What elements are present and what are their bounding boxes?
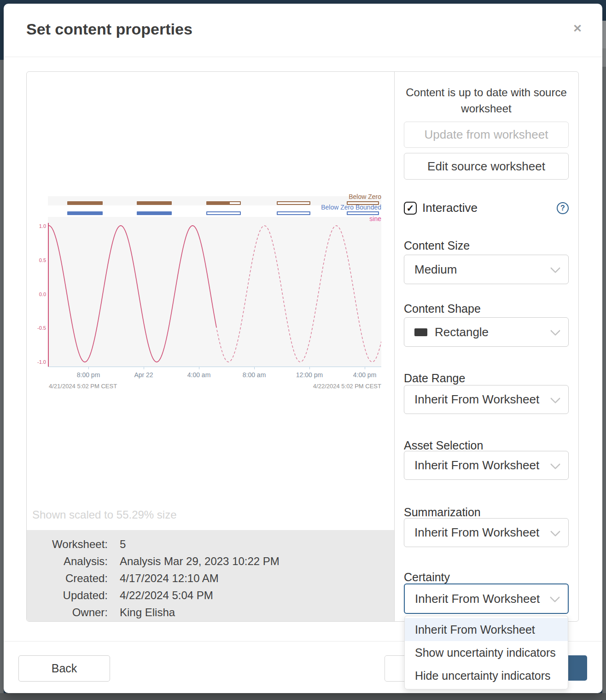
date-range-select[interactable]: Inherit From Worksheet: [404, 385, 569, 414]
info-row: Analysis:Analysis Mar 29, 2023 10:22 PM: [27, 553, 394, 570]
x-tick-label: Apr 22: [134, 371, 153, 379]
content-size-select[interactable]: Medium: [404, 255, 569, 284]
chevron-down-icon: [550, 526, 561, 537]
capsule-bar: [206, 201, 230, 205]
certainty-menu-option[interactable]: Inherit From Worksheet: [405, 618, 568, 641]
y-tick-label: 1.0: [30, 223, 46, 229]
info-row-label: Analysis:: [27, 555, 108, 568]
capsule-bar: [67, 211, 103, 215]
capsule-bar: [137, 201, 172, 205]
info-row: Created:4/17/2024 12:10 AM: [27, 570, 394, 587]
background-page-right-edge: [602, 21, 606, 700]
date-range-label: Date Range: [404, 372, 465, 385]
content-size-label: Content Size: [404, 239, 470, 252]
info-row-label: Updated:: [27, 589, 108, 602]
chevron-down-icon: [550, 459, 561, 469]
info-row-value: Analysis Mar 29, 2023 10:22 PM: [120, 555, 280, 568]
capsule-bar: [277, 201, 310, 205]
content-shape-select[interactable]: Rectangle: [404, 317, 569, 347]
interactive-label: Interactive: [422, 201, 478, 215]
x-tick-mark: [254, 367, 255, 369]
series-label: Below Zero Bounded: [321, 204, 381, 211]
info-row-label: Owner:: [27, 606, 108, 619]
header-divider: [4, 57, 602, 57]
x-range-end-label: 4/22/2024 5:02 PM CEST: [313, 383, 381, 390]
x-tick-mark: [88, 367, 89, 369]
modal-title: Set content properties: [26, 20, 192, 38]
series-label: Below Zero: [349, 193, 381, 200]
asset-selection-select[interactable]: Inherit From Worksheet: [404, 451, 569, 480]
content-properties-controls: Content is up to date with source worksh…: [404, 72, 569, 621]
certainty-value: Inherit From Worksheet: [415, 592, 540, 606]
panel-divider: [394, 72, 395, 621]
background-page-left-edge: [0, 60, 4, 700]
x-axis-line: [48, 367, 381, 367]
asset-selection-label: Asset Selection: [404, 439, 483, 452]
content-panel: 4/21/2024 5:02 PM CEST 4/22/2024 5:02 PM…: [26, 71, 579, 622]
capsule-bar: [229, 201, 241, 205]
capsule-bar: [206, 211, 241, 215]
capsule-bar: [277, 211, 310, 215]
update-from-worksheet-button[interactable]: Update from worksheet: [404, 122, 569, 148]
info-row: Updated:4/22/2024 5:04 PM: [27, 587, 394, 604]
interactive-row: ✓ Interactive ?: [404, 201, 569, 215]
edit-source-worksheet-button[interactable]: Edit source worksheet: [404, 153, 569, 180]
worksheet-info-box: Worksheet:5Analysis:Analysis Mar 29, 202…: [27, 530, 394, 621]
help-icon[interactable]: ?: [557, 202, 569, 214]
x-tick-label: 12:00 pm: [296, 371, 323, 379]
capsule-bar: [137, 211, 172, 215]
summarization-select[interactable]: Inherit From Worksheet: [404, 518, 569, 547]
x-tick-mark: [144, 367, 144, 369]
chevron-down-icon: [550, 263, 561, 274]
asset-selection-value: Inherit From Worksheet: [414, 458, 539, 472]
chevron-down-icon: [550, 326, 561, 336]
x-tick-mark: [365, 367, 365, 369]
x-tick-label: 4:00 am: [187, 371, 211, 379]
back-button[interactable]: Back: [18, 655, 110, 682]
y-tick-label: -1.0: [30, 359, 46, 365]
certainty-dropdown-menu: Inherit From WorksheetShow uncertainty i…: [404, 616, 568, 689]
content-shape-value: Rectangle: [435, 325, 489, 339]
info-row: Worksheet:5: [27, 536, 394, 553]
summarization-label: Summarization: [404, 506, 481, 519]
worksheet-info-rows: Worksheet:5Analysis:Analysis Mar 29, 202…: [27, 536, 394, 621]
info-row-value: 5: [120, 538, 126, 551]
x-tick-label: 8:00 am: [243, 371, 266, 379]
content-preview-chart: 4/21/2024 5:02 PM CEST 4/22/2024 5:02 PM…: [44, 189, 385, 397]
x-tick-label: 8:00 pm: [77, 371, 100, 379]
sync-status-text: Content is up to date with source worksh…: [404, 85, 569, 117]
y-tick-label: 0.5: [30, 257, 46, 263]
capsule-bar: [67, 201, 103, 205]
content-size-value: Medium: [414, 262, 457, 277]
scale-note: Shown scaled to 55.29% size: [32, 508, 177, 521]
summarization-value: Inherit From Worksheet: [414, 525, 539, 540]
info-row-label: Created:: [27, 572, 108, 585]
info-row: Owner:King Elisha: [27, 604, 394, 621]
rectangle-shape-icon: [414, 328, 427, 336]
x-tick-label: 4:00 pm: [353, 371, 377, 379]
chevron-down-icon: [550, 393, 561, 403]
info-row-value: King Elisha: [120, 606, 175, 619]
info-row-value: 4/17/2024 12:10 AM: [120, 572, 219, 585]
y-tick-label: 0.0: [30, 292, 46, 297]
capsule-bar: [347, 211, 379, 215]
info-row-value: 4/22/2024 5:04 PM: [120, 589, 213, 602]
x-tick-mark: [309, 367, 310, 369]
set-content-properties-modal: Set content properties ✕ 4/21/2024 5:02 …: [4, 4, 602, 693]
date-range-value: Inherit From Worksheet: [414, 392, 539, 407]
close-icon[interactable]: ✕: [568, 19, 587, 38]
y-tick-label: -0.5: [30, 325, 46, 331]
certainty-label: Certainty: [404, 571, 450, 584]
background-page-bottom-edge: [0, 693, 606, 700]
certainty-select[interactable]: Inherit From Worksheet: [404, 583, 569, 614]
chevron-down-icon: [550, 592, 560, 603]
sine-series-plot: [48, 196, 381, 367]
series-label: sine: [369, 215, 381, 222]
interactive-checkbox[interactable]: ✓: [404, 202, 417, 215]
info-row-label: Worksheet:: [27, 538, 108, 551]
x-range-start-label: 4/21/2024 5:02 PM CEST: [49, 383, 117, 390]
certainty-menu-option[interactable]: Show uncertainty indicators: [405, 641, 568, 664]
certainty-menu-option[interactable]: Hide uncertainty indicators: [405, 664, 568, 687]
content-shape-label: Content Shape: [404, 302, 481, 315]
x-tick-mark: [199, 367, 199, 369]
